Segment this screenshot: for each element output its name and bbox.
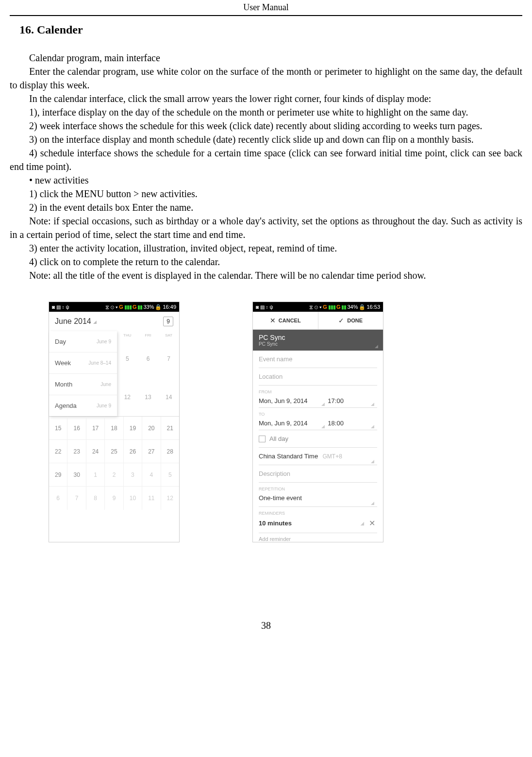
status-bar: ◙ ▤ ↕ ψ ⧖ ⊙ ▾ G ▮▮▮ G ▮▮ 34% 🔒 16:53 — [253, 302, 383, 312]
done-button[interactable]: ✓DONE — [318, 312, 383, 329]
bluetooth-icon: ⧖ ⊙ ▾ — [105, 304, 118, 310]
remove-reminder-button[interactable]: ✕ — [367, 519, 377, 528]
month-header[interactable]: June 2014 ◢ 9 — [49, 312, 179, 331]
dropdown-icon: ◢ — [361, 521, 364, 526]
cal-cell[interactable]: 15 — [49, 417, 67, 439]
mode-month[interactable]: MonthJune — [49, 374, 117, 395]
mode-agenda[interactable]: AgendaJune 9 — [49, 395, 117, 416]
cal-cell[interactable]: 1 — [86, 463, 105, 486]
calendar-grid: 1516171819202122232425262728293012345678… — [49, 417, 179, 510]
signal-bars-icon: ▮▮ — [137, 304, 142, 310]
repetition-selector[interactable]: One-time event◢ — [259, 491, 377, 507]
location-input[interactable]: Location — [259, 368, 377, 386]
cal-cell[interactable]: 7 — [158, 339, 179, 378]
day-head: FRI — [138, 331, 159, 339]
cal-cell[interactable]: 10 — [124, 487, 142, 510]
add-reminder-link[interactable]: Add reminder — [259, 533, 377, 542]
bluetooth-icon: ⧖ ⊙ ▾ — [309, 304, 322, 310]
cal-week: 293012345 — [49, 463, 179, 487]
cal-cell[interactable]: 23 — [67, 440, 86, 463]
cal-cell[interactable]: 9 — [105, 487, 123, 510]
timezone-selector[interactable]: China Standard Time GMT+8 ◢ — [259, 448, 377, 465]
to-row: Mon, Jun 9, 2014◢ 18:00◢ — [259, 417, 377, 430]
form-actions: ✕CANCEL ✓DONE — [253, 312, 383, 330]
cal-cell[interactable]: 12 — [161, 487, 179, 510]
cancel-button[interactable]: ✕CANCEL — [253, 312, 318, 329]
today-button[interactable]: 9 — [163, 317, 173, 326]
description-input[interactable]: Description — [259, 465, 377, 483]
cal-cell[interactable]: 6 — [49, 487, 67, 510]
signal-g-icon: G — [133, 304, 137, 310]
close-icon: ✕ — [270, 317, 276, 324]
para: 4) click on to complete the return to th… — [10, 255, 522, 269]
repetition-label: REPETITION — [259, 487, 377, 491]
mode-week[interactable]: WeekJune 8–14 — [49, 353, 117, 374]
dropdown-icon: ◢ — [371, 459, 374, 464]
cal-cell[interactable]: 21 — [161, 417, 179, 439]
from-label: FROM — [259, 389, 377, 394]
para: In the calendar interface, click the sma… — [10, 92, 522, 105]
calendar-account-selector[interactable]: PC Sync PC Sync ◢ — [253, 330, 383, 351]
to-date-picker[interactable]: Mon, Jun 9, 2014◢ — [259, 417, 328, 430]
event-name-input[interactable]: Event name — [259, 351, 377, 368]
cal-cell[interactable]: 27 — [142, 440, 161, 463]
partial-grid: THU FRI SAT 5 6 7 12 13 14 — [117, 331, 179, 416]
cal-cell[interactable]: 18 — [105, 417, 123, 439]
signal-bars-icon: ▮▮▮ — [124, 304, 132, 310]
signal-g-icon: G — [119, 304, 123, 310]
cal-cell[interactable]: 7 — [67, 487, 86, 510]
dropdown-icon: ◢ — [371, 501, 374, 505]
cal-cell[interactable]: 11 — [142, 487, 161, 510]
para: 3) on the interface display and month sc… — [10, 133, 522, 146]
screenshot-event-form: ◙ ▤ ↕ ψ ⧖ ⊙ ▾ G ▮▮▮ G ▮▮ 34% 🔒 16:53 ✕CA… — [252, 302, 383, 542]
dropdown-icon: ◢ — [375, 344, 378, 349]
cal-cell[interactable]: 24 — [86, 440, 105, 463]
para: • new activities — [10, 173, 522, 187]
dropdown-icon: ◢ — [321, 424, 325, 429]
from-row: Mon, Jun 9, 2014◢ 17:00◢ — [259, 394, 377, 408]
cal-cell[interactable]: 20 — [142, 417, 161, 439]
reminder-selector[interactable]: 10 minutes◢ — [259, 520, 367, 527]
cal-cell[interactable]: 14 — [158, 378, 179, 416]
cal-cell[interactable]: 5 — [161, 463, 179, 486]
cal-cell[interactable]: 25 — [105, 440, 123, 463]
check-icon: ✓ — [338, 317, 344, 324]
battery-icon: 🔒 — [155, 304, 162, 310]
status-time: 16:53 — [366, 304, 380, 310]
cal-cell[interactable]: 3 — [124, 463, 142, 486]
cal-cell[interactable]: 22 — [49, 440, 67, 463]
cal-cell[interactable]: 12 — [117, 378, 138, 416]
reminders-label: REMINDERS — [259, 511, 377, 516]
cal-cell[interactable]: 17 — [86, 417, 105, 439]
view-mode-menu: DayJune 9 WeekJune 8–14 MonthJune Agenda… — [49, 331, 117, 416]
cal-cell[interactable]: 4 — [142, 463, 161, 486]
reminder-row: 10 minutes◢ ✕ — [259, 516, 377, 533]
cal-cell[interactable]: 28 — [161, 440, 179, 463]
cal-cell[interactable]: 6 — [138, 339, 159, 378]
account-sub: PC Sync — [259, 341, 377, 347]
cal-week: 15161718192021 — [49, 417, 179, 440]
mode-day[interactable]: DayJune 9 — [49, 331, 117, 353]
month-title: June 2014 — [55, 317, 91, 325]
cal-cell[interactable]: 30 — [67, 463, 86, 486]
section-heading: 16. Calender — [19, 23, 522, 36]
cal-cell[interactable]: 26 — [124, 440, 142, 463]
cal-cell[interactable]: 19 — [124, 417, 142, 439]
cal-cell[interactable]: 13 — [138, 378, 159, 416]
cal-cell[interactable]: 8 — [86, 487, 105, 510]
cal-cell[interactable]: 29 — [49, 463, 67, 486]
para: Note: if special occasions, such as birt… — [10, 214, 522, 241]
from-time-picker[interactable]: 17:00◢ — [328, 394, 377, 407]
dropdown-icon: ◢ — [321, 402, 325, 406]
status-icons-right: ⧖ ⊙ ▾ G ▮▮▮ G ▮▮ 33% 🔒 16:49 — [105, 304, 176, 310]
screenshot-calendar: ◙ ▤ ↕ ψ ⧖ ⊙ ▾ G ▮▮▮ G ▮▮ 33% 🔒 16:49 Jun… — [49, 302, 180, 542]
cal-week: 6789101112 — [49, 487, 179, 510]
allday-checkbox[interactable]: All day — [259, 430, 377, 448]
cal-cell[interactable]: 2 — [105, 463, 123, 486]
cal-cell[interactable]: 5 — [117, 339, 138, 378]
signal-bars-icon: ▮▮▮ — [328, 304, 335, 310]
para: 2) week interface shows the schedule for… — [10, 119, 522, 133]
from-date-picker[interactable]: Mon, Jun 9, 2014◢ — [259, 394, 328, 407]
cal-cell[interactable]: 16 — [67, 417, 86, 439]
to-time-picker[interactable]: 18:00◢ — [328, 417, 377, 430]
